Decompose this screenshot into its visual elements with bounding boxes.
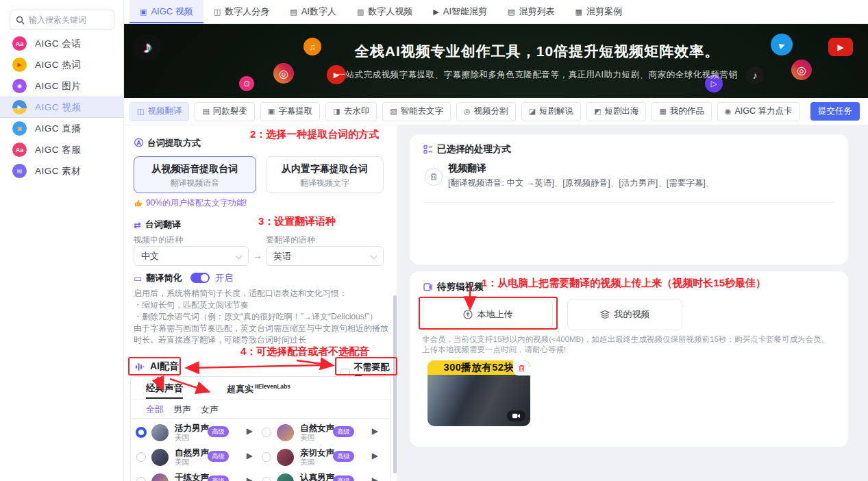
sidebar-item-aigc-hotwords[interactable]: ▶AIGC 热词 xyxy=(0,54,124,75)
toolbar-text-remove-button[interactable]: ▧智能去文字 xyxy=(382,102,451,121)
voice-radio[interactable] xyxy=(136,452,146,462)
sidebar-item-aigc-image[interactable]: ◉AIGC 图片 xyxy=(0,75,124,97)
play-voice-button[interactable]: ▶ xyxy=(372,451,378,460)
play-voice-button[interactable]: ▶ xyxy=(372,476,378,481)
delete-video-button[interactable] xyxy=(513,360,530,375)
trash-icon xyxy=(430,173,438,181)
source-language-select[interactable]: 中文 xyxy=(134,246,249,266)
annotation-step1: 1：从电脑上把需要翻译的视频上传上来（视频时长15秒最佳） xyxy=(482,277,766,290)
search-icon xyxy=(16,16,25,25)
tab-aigc-video[interactable]: ▣AIGC 视频 xyxy=(129,0,203,23)
simplify-description: 启用后，系统将精简句子长度，适配口语表达和文化习惯： ・缩短长句，匹配英文阅读节… xyxy=(134,288,388,346)
thumbs-up-icon xyxy=(134,199,142,208)
works-icon: ▦ xyxy=(659,107,666,116)
toolbar-compute-card-button[interactable]: ◉AIGC 算力点卡 xyxy=(717,102,800,121)
voice-avatar xyxy=(151,449,169,466)
premium-badge: 高级 xyxy=(208,451,229,462)
voice-avatar xyxy=(277,424,294,441)
filter-all[interactable]: 全部 xyxy=(146,404,164,416)
voice-radio[interactable] xyxy=(136,477,146,481)
extract-marker-icon: Ⓐ xyxy=(134,137,143,149)
voice-item: 自然男声 美国 高级 ▶ xyxy=(135,445,258,469)
hotword-icon: ▶ xyxy=(12,58,27,72)
text-remove-icon: ▧ xyxy=(390,107,397,116)
toggle-knob xyxy=(201,274,208,282)
chat-icon: Aa xyxy=(12,36,27,51)
service-icon: Aa xyxy=(12,143,27,157)
text-remove-tip-link[interactable]: 90%的用户搭配去文字功能! xyxy=(134,197,247,209)
tab-ai-smart-mix[interactable]: ▶AI智能混剪 xyxy=(423,0,497,23)
extract-from-speech-card[interactable]: 从视频语音提取台词 翻译视频语音 xyxy=(134,156,256,193)
voice-radio[interactable] xyxy=(136,427,147,438)
tab-icon: ◫ xyxy=(214,8,221,16)
overseas-icon: ◩ xyxy=(594,107,601,116)
filter-female[interactable]: 女声 xyxy=(201,404,219,416)
toolbar-watermark-remove-button[interactable]: ◨去水印 xyxy=(325,102,377,121)
upload-note: 非会员，当前仅支持15秒以内的视频(<400MB)，如超出最终生成视频仅保留视频… xyxy=(422,334,836,355)
tab-digital-human-video[interactable]: ▥数字人视频 xyxy=(347,0,423,23)
feature-toolbar: ◫视频翻译 ▤同款裂变 ▣字幕提取 ◨去水印 ▧智能去文字 ◎视频分割 ◪短剧解… xyxy=(124,98,868,125)
panel-scrollbar[interactable] xyxy=(393,295,397,473)
toolbar-video-translate-button[interactable]: ◫视频翻译 xyxy=(129,102,189,121)
image-icon: ◉ xyxy=(12,79,27,93)
play-voice-button[interactable]: ▶ xyxy=(247,451,253,460)
toolbar-video-split-button[interactable]: ◎视频分割 xyxy=(456,102,516,121)
toolbar-clone-variant-button[interactable]: ▤同款裂变 xyxy=(195,102,254,121)
sidebar-item-aigc-live[interactable]: ▣AIGC 直播 xyxy=(0,118,124,139)
voice-avatar xyxy=(151,424,169,441)
my-videos-button[interactable]: 我的视频 xyxy=(567,299,682,330)
video-icon: ▶ xyxy=(12,100,27,114)
simplify-toggle[interactable] xyxy=(190,273,210,283)
filter-male[interactable]: 男声 xyxy=(173,404,191,416)
search-input[interactable] xyxy=(29,15,104,25)
simplify-state-label: 开启 xyxy=(215,272,233,284)
extract-from-subtitle-card[interactable]: 从内置字幕提取台词 翻译视频文字 xyxy=(266,156,384,193)
tab-digital-avatar[interactable]: ◫数字人分身 xyxy=(203,0,280,23)
video-type-badge xyxy=(507,410,525,421)
layers-icon xyxy=(600,310,610,319)
target-language-label: 要翻译的语种 xyxy=(266,234,315,246)
watermark-icon: ◨ xyxy=(333,107,340,116)
voice-radio[interactable] xyxy=(262,477,271,481)
remove-method-button[interactable] xyxy=(425,168,443,186)
local-upload-button[interactable]: 本地上传 xyxy=(423,299,553,330)
method-item-description: [翻译视频语音: 中文 →英语]、[原视频静音]、[活力男声]、[需要字幕]、 xyxy=(448,177,714,189)
tab-ultra-real-voices[interactable]: 超真实IIElevenLabs xyxy=(227,383,290,395)
voice-radio[interactable] xyxy=(262,452,271,462)
submit-task-button[interactable]: 提交任务 xyxy=(810,102,860,121)
selected-methods-title: 已选择的处理方式 xyxy=(423,143,511,156)
tab-icon: ▤ xyxy=(290,8,297,16)
sidebar-item-aigc-chat[interactable]: AaAIGC 会话 xyxy=(0,33,124,54)
play-voice-button[interactable]: ▶ xyxy=(247,476,253,481)
uploaded-video-thumbnail[interactable]: 300播放有52块 xyxy=(427,360,530,426)
toolbar-my-works-button[interactable]: ▦我的作品 xyxy=(652,102,711,121)
tab-mix-cases[interactable]: ▦混剪案例 xyxy=(565,0,632,23)
pending-videos-title: 待剪辑视频 xyxy=(423,281,484,293)
selected-methods-card: 已选择的处理方式 视频翻译 [翻译视频语音: 中文 →英语]、[原视频静音]、[… xyxy=(410,134,848,264)
tab-ai-digital-human[interactable]: ▤AI数字人 xyxy=(280,0,347,23)
toolbar-subtitle-extract-button[interactable]: ▣字幕提取 xyxy=(260,102,320,121)
variant-icon: ▤ xyxy=(202,107,209,116)
search-box[interactable] xyxy=(10,10,114,30)
trash-icon xyxy=(518,365,525,372)
chevron-down-icon xyxy=(371,253,377,260)
target-language-select[interactable]: 英语 xyxy=(266,246,384,266)
sidebar-item-aigc-video[interactable]: ▶AIGC 视频 xyxy=(0,97,124,118)
play-voice-button[interactable]: ▶ xyxy=(372,426,378,436)
divider xyxy=(131,418,390,419)
voice-radio[interactable] xyxy=(262,428,271,437)
toolbar-drama-overseas-button[interactable]: ◩短剧出海 xyxy=(586,102,646,121)
play-voice-button[interactable]: ▶ xyxy=(247,426,253,436)
sidebar-item-aigc-assets[interactable]: ▤AIGC 素材 xyxy=(0,160,124,182)
tab-mix-list[interactable]: ▤混剪列表 xyxy=(497,0,565,23)
tab-icon: ▣ xyxy=(140,8,147,16)
split-icon: ◎ xyxy=(464,107,471,116)
tab-classic-voices[interactable]: 经典声音 xyxy=(146,382,183,395)
live-icon: ▣ xyxy=(12,121,27,136)
pending-videos-card: 待剪辑视频 1：从电脑上把需要翻译的视频上传上来（视频时长15秒最佳） 本地上传… xyxy=(410,271,848,447)
annotation-step3: 3：设置翻译语种 xyxy=(258,215,336,228)
translate-marker-icon: ⇄ xyxy=(134,220,141,230)
toolbar-drama-narration-button[interactable]: ◪短剧解说 xyxy=(521,102,581,121)
ai-waveform-icon xyxy=(136,362,146,371)
sidebar-item-aigc-service[interactable]: AaAIGC 客服 xyxy=(0,139,124,160)
